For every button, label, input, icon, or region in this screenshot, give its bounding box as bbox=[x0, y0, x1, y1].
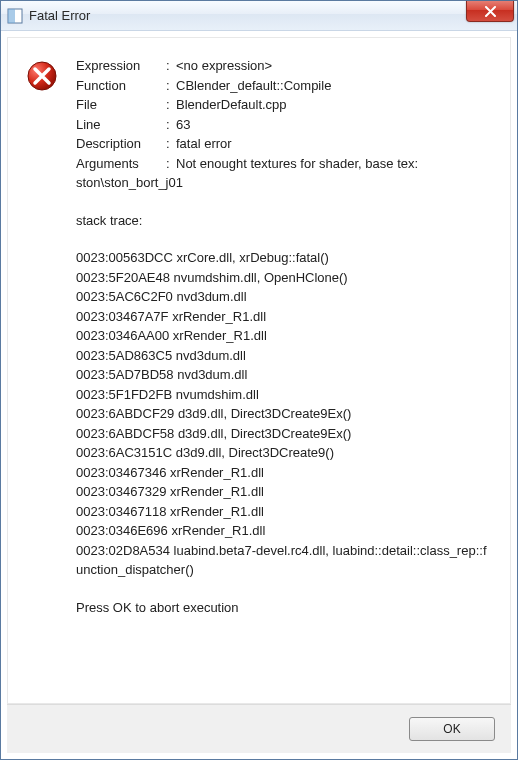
dialog-window: Fatal Error Expression: <no bbox=[0, 0, 518, 760]
field-value: CBlender_default::Compile bbox=[176, 76, 492, 96]
field-row: File: BlenderDefault.cpp bbox=[76, 95, 492, 115]
field-label: Expression bbox=[76, 56, 166, 76]
field-row: Function: CBlender_default::Compile bbox=[76, 76, 492, 96]
stack-line: 0023:03467329 xrRender_R1.dll bbox=[76, 482, 492, 502]
stack-line: 0023:5AD863C5 nvd3dum.dll bbox=[76, 346, 492, 366]
stack-line: 0023:5F1FD2FB nvumdshim.dll bbox=[76, 385, 492, 405]
field-value: BlenderDefault.cpp bbox=[176, 95, 492, 115]
titlebar: Fatal Error bbox=[1, 1, 517, 31]
field-row: Description: fatal error bbox=[76, 134, 492, 154]
stack-line: 0023:00563DCC xrCore.dll, xrDebug::fatal… bbox=[76, 248, 492, 268]
content-area: Expression: <no expression>Function: CBl… bbox=[7, 37, 511, 704]
field-value: 63 bbox=[176, 115, 492, 135]
field-label: Function bbox=[76, 76, 166, 96]
field-row: Arguments: Not enought textures for shad… bbox=[76, 154, 492, 174]
field-colon: : bbox=[166, 115, 176, 135]
field-colon: : bbox=[166, 134, 176, 154]
field-value: <no expression> bbox=[176, 56, 492, 76]
stack-trace-label: stack trace: bbox=[76, 211, 492, 231]
close-icon bbox=[484, 6, 497, 17]
field-row: Line: 63 bbox=[76, 115, 492, 135]
arguments-continuation: ston\ston_bort_j01 bbox=[76, 173, 492, 193]
field-label: File bbox=[76, 95, 166, 115]
button-bar: OK bbox=[7, 704, 511, 753]
field-value: Not enought textures for shader, base te… bbox=[176, 154, 492, 174]
stack-line: 0023:5F20AE48 nvumdshim.dll, OpenHClone(… bbox=[76, 268, 492, 288]
stack-line: 0023:5AC6C2F0 nvd3dum.dll bbox=[76, 287, 492, 307]
window-title: Fatal Error bbox=[29, 8, 90, 23]
stack-line: 0023:5AD7BD58 nvd3dum.dll bbox=[76, 365, 492, 385]
field-label: Line bbox=[76, 115, 166, 135]
stack-line: 0023:03467346 xrRender_R1.dll bbox=[76, 463, 492, 483]
stack-line: 0023:6ABDCF29 d3d9.dll, Direct3DCreate9E… bbox=[76, 404, 492, 424]
field-colon: : bbox=[166, 95, 176, 115]
stack-line: 0023:02D8A534 luabind.beta7-devel.rc4.dl… bbox=[76, 541, 492, 580]
field-label: Arguments bbox=[76, 154, 166, 174]
error-icon bbox=[26, 60, 58, 92]
stack-line: 0023:0346AA00 xrRender_R1.dll bbox=[76, 326, 492, 346]
field-colon: : bbox=[166, 154, 176, 174]
field-colon: : bbox=[166, 56, 176, 76]
stack-line: 0023:03467118 xrRender_R1.dll bbox=[76, 502, 492, 522]
close-button[interactable] bbox=[466, 1, 514, 22]
press-ok-text: Press OK to abort execution bbox=[76, 598, 492, 618]
stack-trace: 0023:00563DCC xrCore.dll, xrDebug::fatal… bbox=[76, 248, 492, 580]
app-icon bbox=[7, 8, 23, 24]
field-label: Description bbox=[76, 134, 166, 154]
stack-line: 0023:0346E696 xrRender_R1.dll bbox=[76, 521, 492, 541]
stack-line: 0023:03467A7F xrRender_R1.dll bbox=[76, 307, 492, 327]
stack-line: 0023:6AC3151C d3d9.dll, Direct3DCreate9(… bbox=[76, 443, 492, 463]
message-body: Expression: <no expression>Function: CBl… bbox=[76, 56, 492, 617]
field-row: Expression: <no expression> bbox=[76, 56, 492, 76]
ok-button[interactable]: OK bbox=[409, 717, 495, 741]
field-value: fatal error bbox=[176, 134, 492, 154]
field-colon: : bbox=[166, 76, 176, 96]
stack-line: 0023:6ABDCF58 d3d9.dll, Direct3DCreate9E… bbox=[76, 424, 492, 444]
svg-rect-1 bbox=[8, 9, 15, 23]
